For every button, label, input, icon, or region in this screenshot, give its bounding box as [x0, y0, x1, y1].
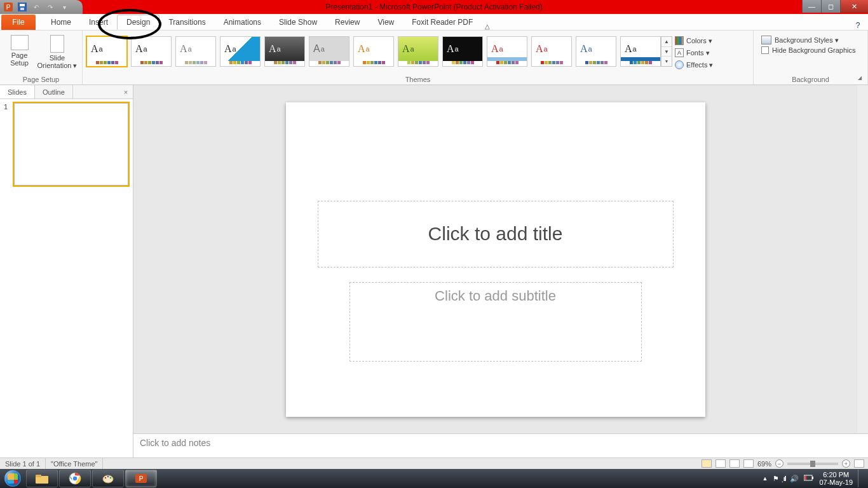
slide-orientation-button[interactable]: Slide Orientation ▾: [36, 32, 78, 70]
subtitle-placeholder[interactable]: Click to add subtitle: [349, 282, 642, 362]
theme-thumbnail[interactable]: Aa: [531, 36, 572, 67]
tab-transitions[interactable]: Transitions: [159, 15, 214, 30]
tab-design[interactable]: Design: [117, 15, 159, 30]
theme-thumbnail[interactable]: Aa: [576, 36, 616, 67]
theme-swatches: [487, 61, 527, 66]
zoom-out-button[interactable]: −: [775, 459, 783, 468]
fonts-button[interactable]: A Fonts ▾: [675, 47, 713, 58]
theme-swatches: [576, 61, 616, 66]
theme-swatches: [532, 61, 571, 66]
minimize-button[interactable]: ―: [802, 0, 821, 13]
taskbar-explorer-button[interactable]: [26, 470, 58, 487]
editor-scrollbar[interactable]: [857, 85, 868, 433]
colors-button[interactable]: Colors ▾: [675, 35, 713, 46]
window-title: Presentation1 - Microsoft PowerPoint (Pr…: [325, 3, 542, 11]
theme-thumbnail[interactable]: Aa: [264, 36, 305, 67]
effects-button[interactable]: Effects ▾: [675, 59, 713, 71]
theme-thumbnail[interactable]: Aa: [487, 36, 527, 67]
svg-rect-18: [812, 477, 813, 479]
tab-slide-show[interactable]: Slide Show: [270, 15, 326, 30]
tab-home[interactable]: Home: [42, 15, 80, 30]
svg-rect-19: [804, 476, 806, 480]
tab-insert[interactable]: Insert: [80, 15, 117, 30]
hide-background-checkbox[interactable]: Hide Background Graphics: [761, 46, 860, 54]
theme-preview: Aa: [309, 37, 349, 61]
zoom-in-button[interactable]: +: [842, 459, 850, 468]
tab-review[interactable]: Review: [326, 15, 369, 30]
taskbar-chrome-button[interactable]: [59, 470, 91, 487]
theme-thumbnail[interactable]: Aa: [309, 36, 349, 67]
theme-thumbnail[interactable]: Aa: [86, 36, 127, 67]
tray-chevron-icon[interactable]: ▲: [763, 475, 768, 482]
app-icon: P: [3, 1, 14, 13]
windows-orb-icon: [4, 470, 21, 487]
page-setup-button[interactable]: Page Setup: [4, 32, 35, 70]
taskbar-paint-button[interactable]: [92, 470, 124, 487]
ribbon-tabs: File HomeInsertDesignTransitionsAnimatio…: [0, 14, 868, 30]
start-button[interactable]: [0, 469, 25, 488]
background-dialog-launcher[interactable]: ◢: [858, 75, 865, 83]
theme-swatches: [621, 61, 660, 66]
theme-thumbnail[interactable]: Aa: [175, 36, 216, 67]
ribbon: Page Setup Slide Orientation ▾ Page Setu…: [0, 30, 868, 85]
title-placeholder[interactable]: Click to add title: [318, 201, 674, 268]
redo-icon[interactable]: ↷: [44, 1, 56, 13]
tray-flag-icon[interactable]: ⚑: [773, 475, 779, 483]
panel-tab-slides[interactable]: Slides: [0, 85, 35, 98]
themes-more-button[interactable]: ▾: [661, 57, 672, 66]
checkbox-icon: [761, 46, 769, 54]
close-button[interactable]: ✕: [840, 0, 868, 13]
theme-preview: Aa: [487, 37, 527, 61]
theme-thumbnail[interactable]: Aa: [442, 36, 483, 67]
save-icon[interactable]: [17, 1, 28, 13]
theme-preview: Aa: [176, 37, 215, 61]
tray-network-icon[interactable]: ̣ııll: [784, 475, 785, 483]
main-area: Slides Outline × 1 Click to add title Cl…: [0, 85, 868, 458]
maximize-button[interactable]: ◻: [821, 0, 840, 13]
background-styles-button[interactable]: Background Styles ▾: [761, 36, 860, 44]
theme-swatches: [176, 61, 215, 66]
taskbar-clock[interactable]: 6:20 PM 07-May-19: [819, 471, 853, 486]
qat-dropdown-icon[interactable]: ▾: [58, 1, 70, 13]
zoom-slider[interactable]: [787, 463, 838, 465]
panel-tab-outline[interactable]: Outline: [35, 85, 73, 98]
theme-thumbnail[interactable]: Aa: [620, 36, 661, 67]
view-reading-button[interactable]: [729, 459, 740, 468]
taskbar-powerpoint-button[interactable]: P: [125, 470, 157, 487]
show-desktop-button[interactable]: [858, 470, 863, 487]
svg-point-14: [110, 477, 112, 479]
theme-preview: Aa: [621, 37, 660, 61]
tray-volume-icon[interactable]: 🔊: [790, 475, 799, 483]
group-label-page-setup: Page Setup: [0, 76, 82, 83]
zoom-thumb[interactable]: [810, 461, 815, 467]
tray-battery-icon[interactable]: [804, 475, 814, 482]
tab-view[interactable]: View: [369, 15, 403, 30]
theme-thumbnail[interactable]: Aa: [131, 36, 172, 67]
view-normal-button[interactable]: [702, 459, 712, 468]
slide-canvas-area[interactable]: Click to add title Click to add subtitle: [133, 85, 857, 433]
theme-thumbnail[interactable]: Aa: [220, 36, 261, 67]
theme-thumbnail[interactable]: Aa: [398, 36, 438, 67]
theme-thumbnail[interactable]: Aa: [353, 36, 394, 67]
slide-thumbnail[interactable]: [14, 103, 128, 186]
view-slideshow-button[interactable]: [743, 459, 754, 468]
fit-to-window-button[interactable]: [854, 459, 864, 468]
group-label-background: Background: [754, 76, 867, 83]
view-sorter-button[interactable]: [715, 459, 726, 468]
editor-area: Click to add title Click to add subtitle…: [133, 85, 868, 458]
themes-gallery: AaAaAaAaAaAaAaAaAaAaAaAaAa: [86, 32, 661, 71]
help-icon[interactable]: ?: [851, 21, 864, 30]
file-tab[interactable]: File: [1, 15, 36, 30]
clock-date: 07-May-19: [819, 478, 853, 486]
fonts-icon: A: [675, 48, 684, 57]
themes-scroll-up[interactable]: ▲: [661, 37, 672, 47]
ribbon-minimize-icon[interactable]: △: [482, 23, 493, 30]
themes-scroll-down[interactable]: ▼: [661, 47, 672, 57]
panel-close-button[interactable]: ×: [119, 88, 133, 96]
notes-pane[interactable]: Click to add notes: [133, 433, 868, 458]
tab-animations[interactable]: Animations: [215, 15, 270, 30]
thumbnail-row: 1: [4, 103, 129, 186]
theme-swatches: [443, 61, 482, 66]
tab-foxit-reader-pdf[interactable]: Foxit Reader PDF: [403, 15, 482, 30]
undo-icon[interactable]: ↶: [31, 1, 42, 13]
